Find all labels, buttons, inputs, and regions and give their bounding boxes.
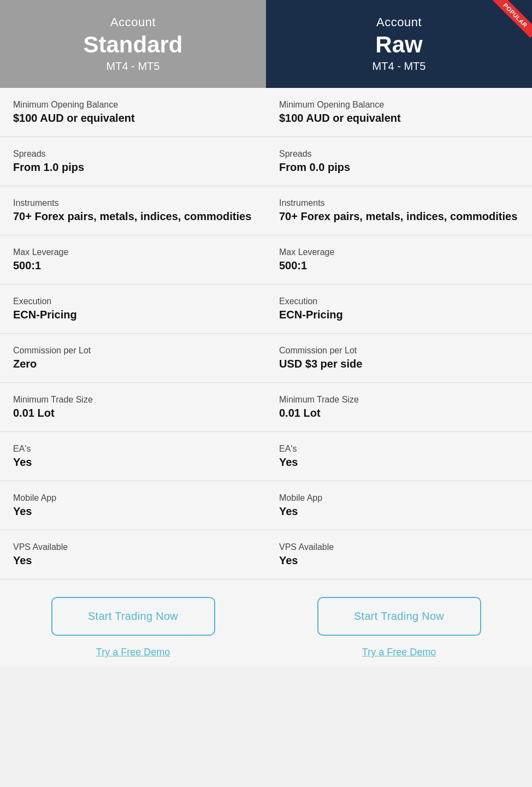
raw-account-name: Raw: [277, 32, 521, 58]
standard-feature-3: Max Leverage 500:1: [0, 235, 266, 285]
comparison-wrapper: Account Standard MT4 - MT5 Minimum Openi…: [0, 0, 532, 667]
popular-ribbon-text: POPULAR: [493, 0, 532, 38]
raw-feature-5: Commission per Lot USD $3 per side: [266, 334, 532, 383]
standard-account-name: Standard: [11, 32, 255, 58]
raw-platform: MT4 - MT5: [277, 60, 521, 73]
raw-column: Account Raw MT4 - MT5 POPULAR Minimum Op…: [266, 0, 532, 667]
standard-feature-7: EA's Yes: [0, 432, 266, 481]
raw-demo-link[interactable]: Try a Free Demo: [362, 647, 436, 658]
standard-account-label: Account: [11, 15, 255, 29]
raw-feature-8: Mobile App Yes: [266, 481, 532, 530]
raw-feature-1: Spreads From 0.0 pips: [266, 137, 532, 186]
standard-column: Account Standard MT4 - MT5 Minimum Openi…: [0, 0, 266, 667]
standard-feature-1: Spreads From 1.0 pips: [0, 137, 266, 186]
standard-body: Minimum Opening Balance $100 AUD or equi…: [0, 88, 266, 667]
raw-feature-4: Execution ECN-Pricing: [266, 285, 532, 334]
raw-cta-section: Start Trading Now Try a Free Demo: [266, 579, 532, 667]
standard-feature-2: Instruments 70+ Forex pairs, metals, ind…: [0, 186, 266, 235]
standard-feature-4: Execution ECN-Pricing: [0, 285, 266, 334]
raw-feature-9: VPS Available Yes: [266, 530, 532, 579]
standard-feature-9: VPS Available Yes: [0, 530, 266, 579]
raw-feature-6: Minimum Trade Size 0.01 Lot: [266, 383, 532, 432]
standard-cta-button[interactable]: Start Trading Now: [51, 597, 215, 636]
raw-account-label: Account: [277, 15, 521, 29]
standard-feature-5: Commission per Lot Zero: [0, 334, 266, 383]
raw-cta-button[interactable]: Start Trading Now: [317, 597, 481, 636]
standard-demo-link[interactable]: Try a Free Demo: [96, 647, 170, 658]
standard-feature-8: Mobile App Yes: [0, 481, 266, 530]
standard-cta-section: Start Trading Now Try a Free Demo: [0, 579, 266, 667]
raw-feature-3: Max Leverage 500:1: [266, 235, 532, 285]
standard-platform: MT4 - MT5: [11, 60, 255, 73]
raw-body: Minimum Opening Balance $100 AUD or equi…: [266, 88, 532, 667]
standard-feature-0: Minimum Opening Balance $100 AUD or equi…: [0, 88, 266, 137]
standard-feature-6: Minimum Trade Size 0.01 Lot: [0, 383, 266, 432]
standard-header: Account Standard MT4 - MT5: [0, 0, 266, 88]
popular-ribbon: POPULAR: [488, 0, 532, 44]
raw-feature-7: EA's Yes: [266, 432, 532, 481]
raw-feature-2: Instruments 70+ Forex pairs, metals, ind…: [266, 186, 532, 235]
raw-feature-0: Minimum Opening Balance $100 AUD or equi…: [266, 88, 532, 137]
